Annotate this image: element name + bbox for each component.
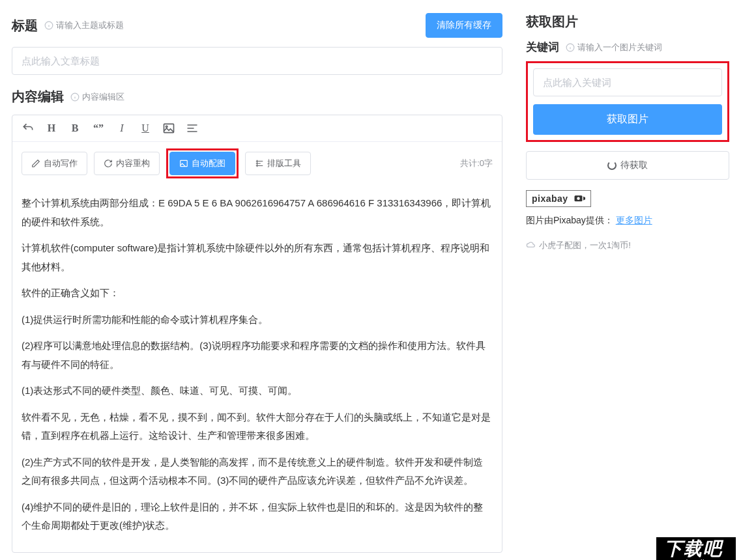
format-toolbar: H B “” I U bbox=[12, 115, 502, 142]
align-left-icon[interactable] bbox=[186, 122, 199, 135]
content-paragraph: (1)提供运行时所需功能和性能的命令或计算机程序集合。 bbox=[22, 311, 493, 329]
credit-line: 图片由Pixabay提供： 更多图片 bbox=[526, 215, 729, 227]
svg-point-3 bbox=[166, 126, 167, 128]
content-paragraph: 软件看不见，无色，枯燥，看不见，摸不到，闻不到。软件大部分存在于人们的头脑或纸上… bbox=[22, 408, 493, 445]
content-paragraph: (2)生产方式不同的软件是开发，是人类智能的高发挥，而不是传统意义上的硬件制造。… bbox=[22, 453, 493, 490]
content-paragraph: 整个计算机系统由两部分组成：E 69DA 5 E 6 BA 9062616964… bbox=[22, 194, 493, 231]
pencil-icon bbox=[31, 159, 40, 168]
content-rebuild-button[interactable]: 内容重构 bbox=[94, 152, 160, 175]
fetch-image-header: 获取图片 bbox=[526, 13, 729, 31]
content-area[interactable]: 整个计算机系统由两部分组成：E 69DA 5 E 6 BA 9062616964… bbox=[12, 185, 502, 552]
editor-box: H B “” I U 自动写作 内容重构 bbox=[12, 115, 502, 553]
keyword-header: 关键词 请输入一个图片关键词 bbox=[526, 40, 729, 55]
layout-tool-button[interactable]: 排版工具 bbox=[245, 152, 311, 175]
layout-icon bbox=[255, 159, 264, 168]
image-plus-icon bbox=[179, 159, 188, 168]
pixabay-badge: pixabay bbox=[526, 190, 591, 207]
keyword-hint: 请输入一个图片关键词 bbox=[566, 42, 662, 53]
svg-rect-4 bbox=[181, 160, 188, 166]
spinner-icon bbox=[607, 161, 617, 170]
more-images-link[interactable]: 更多图片 bbox=[616, 215, 652, 225]
keyword-input[interactable] bbox=[533, 68, 722, 96]
content-paragraph: (4)维护不同的硬件是旧的，理论上软件是旧的，并不坏，但实际上软件也是旧的和坏的… bbox=[22, 498, 493, 535]
editor-hint: 内容编辑区 bbox=[70, 91, 124, 103]
refresh-icon bbox=[104, 159, 113, 168]
content-paragraph: (2)程序可以满意地处理信息的数据结构。(3)说明程序功能要求和程序需要的文档的… bbox=[22, 337, 493, 374]
title-header: 标题 请输入主题或标题 清除所有缓存 bbox=[12, 13, 502, 38]
clear-cache-button[interactable]: 清除所有缓存 bbox=[426, 13, 502, 38]
undo-icon[interactable] bbox=[22, 122, 35, 135]
watermark: 下载吧 www.xiazaiba.com bbox=[656, 537, 736, 561]
editor-label: 内容编辑 bbox=[12, 88, 64, 105]
content-paragraph: 软件的正确含义如下： bbox=[22, 284, 493, 303]
char-count: 共计:0字 bbox=[460, 158, 493, 169]
italic-icon[interactable]: I bbox=[115, 122, 128, 135]
editor-header: 内容编辑 内容编辑区 bbox=[12, 88, 502, 105]
bold-icon[interactable]: B bbox=[68, 122, 81, 135]
svg-point-7 bbox=[577, 197, 580, 201]
auto-write-button[interactable]: 自动写作 bbox=[22, 152, 87, 175]
cloud-icon bbox=[526, 240, 536, 251]
heading-icon[interactable]: H bbox=[45, 122, 58, 135]
quote-icon[interactable]: “” bbox=[92, 122, 105, 135]
content-paragraph: (1)表达形式不同的硬件类型、颜色、味道、可见、可摸、可闻。 bbox=[22, 382, 493, 400]
content-paragraph: 计算机软件(computer software)是指计算机系统中除硬件以外的所有… bbox=[22, 239, 493, 276]
auto-image-highlight: 自动配图 bbox=[166, 148, 239, 178]
auto-image-button[interactable]: 自动配图 bbox=[169, 152, 235, 175]
footer-note: 小虎子配图，一次1淘币! bbox=[526, 240, 729, 251]
info-icon bbox=[566, 43, 575, 52]
title-hint: 请输入主题或标题 bbox=[44, 20, 124, 31]
camera-icon bbox=[574, 193, 585, 204]
keyword-label: 关键词 bbox=[526, 40, 559, 55]
info-icon bbox=[44, 21, 53, 30]
action-toolbar: 自动写作 内容重构 自动配图 排版工具 共计:0字 bbox=[12, 142, 502, 185]
fetch-image-button[interactable]: 获取图片 bbox=[533, 104, 722, 135]
fetch-highlight: 获取图片 bbox=[526, 61, 729, 142]
fetch-status: 待获取 bbox=[526, 151, 729, 180]
info-icon bbox=[70, 92, 80, 102]
underline-icon[interactable]: U bbox=[139, 122, 152, 135]
fetch-image-title: 获取图片 bbox=[526, 13, 578, 31]
image-icon[interactable] bbox=[162, 122, 175, 135]
title-label: 标题 bbox=[12, 17, 38, 35]
title-input[interactable] bbox=[12, 47, 502, 75]
